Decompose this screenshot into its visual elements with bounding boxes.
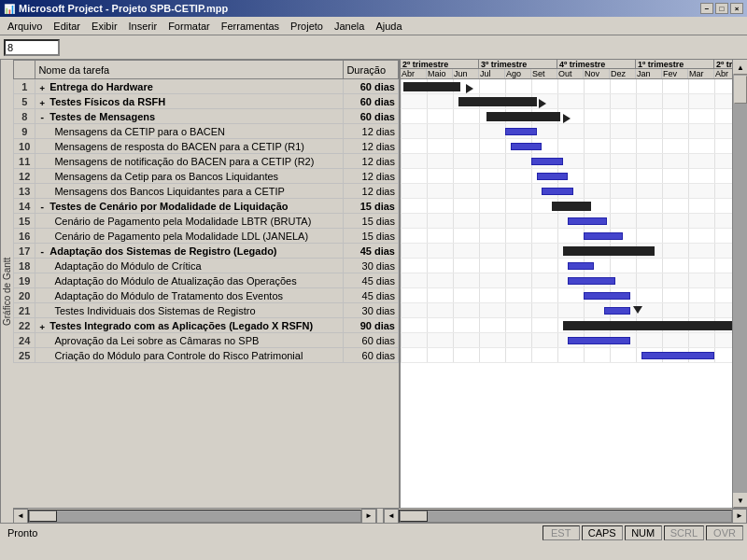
task-name[interactable]: Cenário de Pagamento pela Modalidade LDL… bbox=[35, 229, 344, 244]
table-row[interactable]: 15Cenário de Pagamento pela Modalidade L… bbox=[14, 214, 399, 229]
table-row[interactable]: 14- Testes de Cenário por Modalidade de … bbox=[14, 199, 399, 214]
gantt-row bbox=[401, 199, 732, 214]
task-id-input[interactable] bbox=[4, 39, 60, 56]
task-duration: 15 dias bbox=[344, 214, 399, 229]
maximize-button[interactable]: □ bbox=[715, 3, 728, 14]
table-row[interactable]: 18Adaptação do Módulo de Crítica30 dias bbox=[14, 259, 399, 273]
scroll-left-gantt-button[interactable]: ◄ bbox=[384, 509, 399, 524]
task-table: Nome da tarefa Duração 1+ Entrega do Har… bbox=[13, 60, 401, 508]
scroll-right-table-button[interactable]: ► bbox=[361, 509, 376, 524]
menu-arquivo[interactable]: Arquivo bbox=[2, 19, 48, 34]
close-button[interactable]: × bbox=[730, 3, 743, 14]
gantt-row bbox=[401, 348, 732, 363]
menu-inserir[interactable]: Inserir bbox=[123, 19, 163, 34]
gantt-row bbox=[401, 94, 732, 109]
gantt-bar bbox=[641, 352, 714, 359]
month-abr1: Abr bbox=[401, 69, 427, 78]
task-name[interactable]: Cenário de Pagamento pela Modalidade LBT… bbox=[35, 214, 344, 229]
row-number: 18 bbox=[14, 259, 35, 273]
table-row[interactable]: 1+ Entrega do Hardware60 dias bbox=[14, 79, 399, 94]
task-name[interactable]: - Testes de Mensagens bbox=[35, 109, 344, 124]
gantt-bar bbox=[584, 232, 623, 240]
menu-projeto[interactable]: Projeto bbox=[285, 19, 329, 34]
table-row[interactable]: 12Mensagens da Cetip para os Bancos Liqu… bbox=[14, 169, 399, 184]
menu-formatar[interactable]: Formatar bbox=[162, 19, 216, 34]
table-row[interactable]: 21Testes Individuais dos Sistemas de Reg… bbox=[14, 303, 399, 318]
horizontal-scrollbar[interactable]: ◄ ► ◄ ► bbox=[13, 508, 747, 523]
table-row[interactable]: 22+ Testes Integrado com as Aplicações (… bbox=[14, 318, 399, 333]
gantt-row bbox=[401, 139, 732, 154]
gantt-bar bbox=[542, 188, 573, 195]
table-row[interactable]: 8- Testes de Mensagens60 dias bbox=[14, 109, 399, 124]
row-number: 13 bbox=[14, 184, 35, 199]
task-name[interactable]: - Testes de Cenário por Modalidade de Li… bbox=[35, 199, 344, 214]
table-row[interactable]: 9Mensagens da CETIP para o BACEN12 dias bbox=[14, 124, 399, 139]
main-area: Gráfico de Gantt Nome da tarefa Duração … bbox=[0, 60, 747, 523]
gantt-bar bbox=[568, 217, 607, 225]
gantt-row bbox=[401, 288, 732, 303]
task-name[interactable]: Testes Individuais dos Sistemas de Regis… bbox=[35, 303, 344, 318]
scroll-up-button[interactable]: ▲ bbox=[733, 60, 747, 75]
status-ready: Pronto bbox=[4, 527, 541, 539]
table-row[interactable]: 24Aprovação da Lei sobre as Câmaras no S… bbox=[14, 333, 399, 348]
menu-exibir[interactable]: Exibir bbox=[86, 19, 123, 34]
side-label: Gráfico de Gantt bbox=[0, 60, 13, 523]
task-name[interactable]: Adaptação do Módulo de Atualização das O… bbox=[35, 273, 344, 288]
month-abr2: Abr bbox=[714, 69, 732, 78]
task-name[interactable]: + Testes Físicos da RSFH bbox=[35, 94, 344, 109]
table-row[interactable]: 5+ Testes Físicos da RSFH60 dias bbox=[14, 94, 399, 109]
task-duration: 60 dias bbox=[344, 109, 399, 124]
month-nov: Nov bbox=[584, 69, 610, 78]
task-name[interactable]: Adaptação do Módulo de Crítica bbox=[35, 259, 344, 273]
quarter-4: 1º trimestre bbox=[636, 60, 714, 68]
table-scroll-track[interactable] bbox=[28, 510, 361, 523]
task-name[interactable]: Aprovação da Lei sobre as Câmaras no SPB bbox=[35, 333, 344, 348]
gantt-bar bbox=[563, 246, 655, 256]
scroll-down-button[interactable]: ▼ bbox=[733, 493, 747, 508]
menu-ferramentas[interactable]: Ferramentas bbox=[216, 19, 285, 34]
window-controls: − □ × bbox=[700, 3, 743, 14]
table-row[interactable]: 17- Adaptação dos Sistemas de Registro (… bbox=[14, 244, 399, 259]
table-row[interactable]: 20Adaptação do Módulo de Tratamento dos … bbox=[14, 288, 399, 303]
gantt-scroll-thumb[interactable] bbox=[400, 511, 428, 522]
task-name[interactable]: - Adaptação dos Sistemas de Registro (Le… bbox=[35, 244, 344, 259]
gantt-bar bbox=[486, 112, 559, 121]
title-bar: 📊 Microsoft Project - Projeto SPB-CETIP.… bbox=[0, 0, 747, 17]
task-name[interactable]: Adaptação do Módulo de Tratamento dos Ev… bbox=[35, 288, 344, 303]
table-row[interactable]: 10Mensagens de resposta do BACEN para a … bbox=[14, 139, 399, 154]
month-fev: Fev bbox=[662, 69, 688, 78]
task-name[interactable]: Mensagens de notificação do BACEN para a… bbox=[35, 154, 344, 169]
task-name[interactable]: Mensagens de resposta do BACEN para a CE… bbox=[35, 139, 344, 154]
menu-janela[interactable]: Janela bbox=[329, 19, 370, 34]
gantt-bar bbox=[568, 277, 614, 285]
menu-ajuda[interactable]: Ajuda bbox=[370, 19, 407, 34]
gantt-scroll-track[interactable] bbox=[399, 510, 732, 523]
menu-editar[interactable]: Editar bbox=[48, 19, 86, 34]
task-name[interactable]: + Testes Integrado com as Aplicações (Le… bbox=[35, 318, 344, 333]
row-number: 10 bbox=[14, 139, 35, 154]
gantt-row bbox=[401, 124, 732, 139]
scroll-thumb[interactable] bbox=[734, 76, 747, 104]
table-row[interactable]: 19Adaptação do Módulo de Atualização das… bbox=[14, 273, 399, 288]
task-duration: 90 dias bbox=[344, 318, 399, 333]
task-name[interactable]: Criação do Módulo para Controle do Risco… bbox=[35, 348, 344, 363]
scroll-track[interactable] bbox=[733, 75, 747, 493]
table-row[interactable]: 11Mensagens de notificação do BACEN para… bbox=[14, 154, 399, 169]
gantt-bar bbox=[568, 262, 594, 270]
table-row[interactable]: 13Mensagens dos Bancos Liquidantes para … bbox=[14, 184, 399, 199]
minimize-button[interactable]: − bbox=[700, 3, 713, 14]
table-row[interactable]: 16Cenário de Pagamento pela Modalidade L… bbox=[14, 229, 399, 244]
table-row[interactable]: 25Criação do Módulo para Controle do Ris… bbox=[14, 348, 399, 363]
task-name[interactable]: Mensagens dos Bancos Liquidantes para a … bbox=[35, 184, 344, 199]
vertical-scrollbar[interactable]: ▲ ▼ bbox=[732, 60, 747, 508]
gantt-row bbox=[401, 169, 732, 184]
task-name[interactable]: Mensagens da Cetip para os Bancos Liquid… bbox=[35, 169, 344, 184]
task-name[interactable]: Mensagens da CETIP para o BACEN bbox=[35, 124, 344, 139]
table-scroll-thumb[interactable] bbox=[29, 511, 57, 522]
scroll-left-table-button[interactable]: ◄ bbox=[13, 509, 28, 524]
task-name[interactable]: + Entrega do Hardware bbox=[35, 79, 344, 94]
scroll-right-gantt-button[interactable]: ► bbox=[732, 509, 747, 524]
row-number: 1 bbox=[14, 79, 35, 94]
gantt-row bbox=[401, 214, 732, 229]
gantt-quarters: 2º trimestre 3º trimestre 4º trimestre 1… bbox=[401, 60, 732, 69]
